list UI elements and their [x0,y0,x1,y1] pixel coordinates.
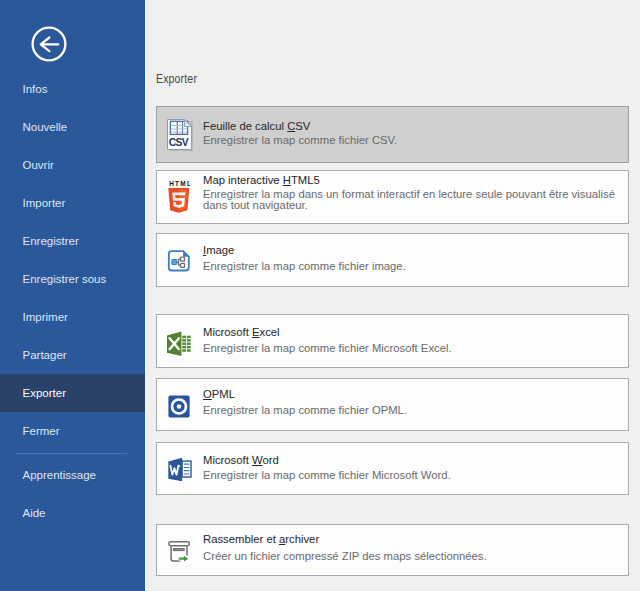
svg-text:HTML: HTML [169,181,190,187]
svg-text:CSV: CSV [169,137,189,148]
